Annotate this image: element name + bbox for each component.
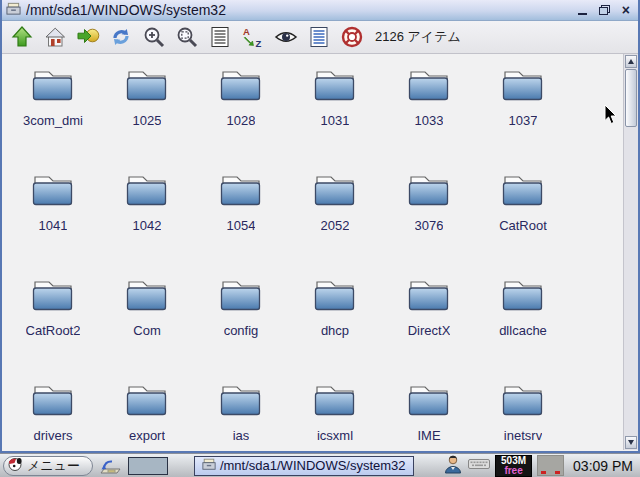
home-icon[interactable] [43, 25, 67, 49]
folder-label: 1037 [509, 113, 538, 128]
zoom-fit-icon[interactable] [175, 25, 199, 49]
menu-button[interactable]: メニュー [3, 456, 93, 476]
folder-item[interactable]: 1042 [100, 167, 194, 272]
folder-label: icsxml [317, 428, 353, 443]
folder-item[interactable]: 1031 [288, 62, 382, 167]
keyboard-icon[interactable] [468, 457, 490, 475]
taskbar-clock: 03:09 PM [569, 458, 637, 474]
free-space-badge[interactable]: 503M free [495, 455, 532, 477]
menu-label: メニュー [27, 457, 80, 475]
triangle-down-icon [628, 440, 634, 445]
folder-item[interactable]: icsxml [288, 377, 382, 450]
folder-icon [404, 66, 454, 110]
folder-label: 1028 [227, 113, 256, 128]
folder-label: drivers [33, 428, 72, 443]
workspace-pager[interactable] [128, 457, 168, 475]
folder-label: ias [233, 428, 250, 443]
folder-icon [122, 171, 172, 215]
close-button[interactable]: × [622, 5, 630, 15]
folder-item[interactable]: 1041 [6, 167, 100, 272]
item-count-label: 2126 アイテム [375, 28, 461, 46]
folder-icon [28, 171, 78, 215]
folder-item[interactable]: ias [194, 377, 288, 450]
folder-icon [122, 381, 172, 425]
folder-icon [498, 276, 548, 320]
file-manager-window: /mnt/sda1/WINDOWS/system32 × [0, 0, 640, 453]
taskbar-window-button[interactable]: /mnt/sda1/WINDOWS/system32 [194, 456, 414, 476]
folder-icon [122, 66, 172, 110]
folder-view: 3com_dmi 1025 1028 1031 [2, 54, 638, 450]
folder-label: 3076 [415, 218, 444, 233]
folder-item[interactable]: inetsrv [476, 377, 570, 450]
scroll-up-button[interactable] [625, 55, 637, 68]
folder-item[interactable]: 2052 [288, 167, 382, 272]
folder-icon [122, 276, 172, 320]
folder-item[interactable]: export [100, 377, 194, 450]
taskbar-window-label: /mnt/sda1/WINDOWS/system32 [220, 458, 406, 473]
window-drawer-icon [6, 1, 21, 20]
titlebar[interactable]: /mnt/sda1/WINDOWS/system32 × [2, 0, 638, 21]
folder-item[interactable]: 1054 [194, 167, 288, 272]
minimize-button[interactable] [578, 6, 587, 15]
show-hidden-eye-icon[interactable] [274, 25, 298, 49]
zoom-in-icon[interactable] [142, 25, 166, 49]
folder-icon [404, 171, 454, 215]
folder-item[interactable]: 3076 [382, 167, 476, 272]
folder-label: 1025 [133, 113, 162, 128]
folder-icon [28, 66, 78, 110]
folder-item[interactable]: IME [382, 377, 476, 450]
folder-icon [310, 171, 360, 215]
refresh-icon[interactable] [109, 25, 133, 49]
folder-item[interactable]: 1037 [476, 62, 570, 167]
folder-icon [404, 276, 454, 320]
show-desktop-icon[interactable] [99, 457, 121, 475]
folder-item[interactable]: DirectX [382, 272, 476, 377]
scroll-down-button[interactable] [625, 436, 637, 449]
go-icon[interactable] [76, 25, 100, 49]
sort-az-icon[interactable]: A Z [241, 25, 265, 49]
restore-button[interactable] [599, 5, 610, 15]
window-drawer-icon [202, 457, 216, 474]
user-person-icon[interactable] [443, 454, 463, 477]
folder-item[interactable]: 1033 [382, 62, 476, 167]
folder-item[interactable]: dhcp [288, 272, 382, 377]
folder-item[interactable]: CatRoot2 [6, 272, 100, 377]
folder-item[interactable]: Com [100, 272, 194, 377]
folder-icon [310, 66, 360, 110]
free-space-word: free [504, 466, 522, 476]
folder-icon [28, 276, 78, 320]
folder-item[interactable]: 3com_dmi [6, 62, 100, 167]
triangle-up-icon [628, 59, 634, 64]
scrollbar-thumb[interactable] [625, 69, 637, 127]
window-title: /mnt/sda1/WINDOWS/system32 [26, 2, 573, 18]
folder-item[interactable]: 1028 [194, 62, 288, 167]
toolbar: A Z [2, 21, 638, 54]
details-view-icon[interactable] [208, 25, 232, 49]
folder-item[interactable]: dllcache [476, 272, 570, 377]
folder-icon [498, 171, 548, 215]
folder-label: 1033 [415, 113, 444, 128]
folder-icon [216, 66, 266, 110]
folder-label: 2052 [321, 218, 350, 233]
folder-label: dllcache [499, 323, 547, 338]
list-view-icon[interactable] [307, 25, 331, 49]
folder-item[interactable]: config [194, 272, 288, 377]
folder-icon [404, 381, 454, 425]
folder-item[interactable]: drivers [6, 377, 100, 450]
puppy-logo-icon [7, 456, 23, 475]
folder-label: 1054 [227, 218, 256, 233]
folder-icon [216, 381, 266, 425]
folder-label: IME [417, 428, 440, 443]
folder-icon [498, 66, 548, 110]
folder-item[interactable]: 1025 [100, 62, 194, 167]
folder-label: 1042 [133, 218, 162, 233]
vertical-scrollbar[interactable] [623, 54, 638, 450]
taskbar: メニュー /mnt/sda1/WINDOWS/system32 [0, 453, 640, 477]
folder-label: CatRoot2 [26, 323, 81, 338]
system-tray: 503M free 03:09 PM [443, 454, 637, 477]
system-monitor-icon[interactable] [537, 455, 564, 476]
folder-label: CatRoot [499, 218, 547, 233]
help-lifebuoy-icon[interactable] [340, 25, 364, 49]
folder-item[interactable]: CatRoot [476, 167, 570, 272]
up-icon[interactable] [10, 25, 34, 49]
